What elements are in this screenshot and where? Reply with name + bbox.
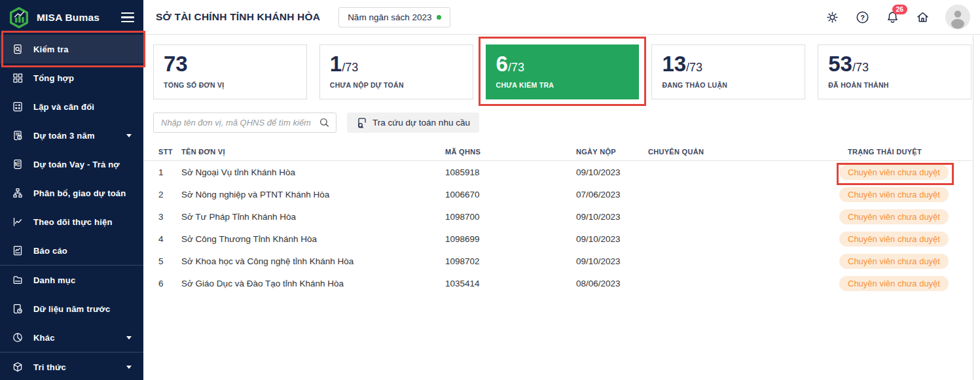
sidebar: MISA Bumas Kiểm tra Tổng hợp Lập và cân … — [0, 0, 143, 380]
svg-text:?: ? — [860, 13, 865, 21]
cell-submit-date: 09/10/2023 — [576, 234, 648, 244]
sidebar-item-du-lieu-nam-truoc[interactable]: Dữ liệu năm trước — [0, 294, 143, 323]
sidebar-item-label: Tri thức — [33, 362, 66, 372]
line-chart-icon — [11, 215, 24, 228]
status-badge[interactable]: Chuyên viên chưa duyệt — [839, 276, 949, 291]
cell-submit-date: 09/10/2023 — [576, 212, 648, 222]
cell-stt: 2 — [158, 190, 181, 199]
sidebar-item-label: Khác — [33, 333, 55, 343]
home-icon[interactable] — [915, 10, 930, 25]
sidebar-item-khac[interactable]: Khác — [0, 323, 143, 352]
cell-qhns-code: 1098700 — [445, 212, 576, 222]
lookup-demand-budget-button[interactable]: Tra cứu dự toán nhu cầu — [347, 112, 479, 133]
cell-stt: 3 — [158, 212, 181, 222]
column-header-ma-qhns[interactable]: MÃ QHNS — [445, 148, 576, 156]
stat-value: 13 — [662, 52, 686, 76]
status-badge[interactable]: Chuyên viên chưa duyệt — [839, 187, 949, 202]
status-badge[interactable]: Chuyên viên chưa duyệt — [839, 254, 949, 269]
sidebar-item-label: Dự toán Vay - Trả nợ — [33, 160, 120, 169]
table-row[interactable]: 4 Sở Công Thương Tỉnh Khánh Hòa 1098699 … — [143, 228, 972, 250]
stat-card-chua-nop-du-toan[interactable]: 1/73 CHƯA NỘP DỰ TOÁN — [319, 44, 473, 99]
column-header-stt[interactable]: STT — [158, 148, 181, 156]
stat-label: ĐANG THẢO LUẬN — [662, 81, 795, 89]
sidebar-item-label: Báo cáo — [33, 246, 67, 256]
stat-suffix: /73 — [852, 61, 869, 74]
misa-logo-icon — [8, 7, 30, 29]
stat-card-tong-so-don-vi[interactable]: 73 TỔNG SỐ ĐƠN VỊ — [153, 44, 307, 99]
sidebar-item-label: Kiểm tra — [33, 44, 69, 54]
status-dot-icon — [437, 15, 441, 20]
sidebar-item-kiem-tra[interactable]: Kiểm tra — [0, 35, 143, 63]
stat-value: 1 — [330, 52, 342, 76]
cell-qhns-code: 1006670 — [445, 190, 576, 199]
status-badge[interactable]: Chuyên viên chưa duyệt — [839, 165, 949, 180]
scrollbar-track[interactable] — [973, 35, 973, 380]
status-badge[interactable]: Chuyên viên chưa duyệt — [839, 209, 949, 224]
stat-card-chua-kiem-tra[interactable]: 6/73 CHƯA KIỂM TRA — [486, 44, 640, 99]
help-icon[interactable]: ? — [855, 10, 870, 25]
cell-unit-name: Sở Khoa học và Công nghệ tỉnh Khánh Hòa — [181, 256, 445, 266]
cell-qhns-code: 1035414 — [445, 279, 576, 288]
column-header-ten-don-vi[interactable]: TÊN ĐƠN VỊ — [181, 148, 445, 156]
sidebar-item-label: Lập và cân đối — [33, 102, 94, 112]
document-search-icon — [356, 117, 368, 129]
sidebar-item-label: Tổng hợp — [33, 73, 74, 83]
stat-card-dang-thao-luan[interactable]: 13/73 ĐANG THẢO LUẬN — [651, 44, 805, 99]
cell-stt: 4 — [158, 234, 181, 244]
avatar[interactable] — [945, 5, 970, 29]
pie-chart-icon — [11, 331, 24, 344]
sidebar-item-theo-doi-thuc-hien[interactable]: Theo dõi thực hiện — [0, 207, 143, 236]
toolbar: Tra cứu dự toán nhu cầu — [153, 112, 479, 133]
brand-header: MISA Bumas — [0, 0, 143, 35]
sidebar-item-label: Theo dõi thực hiện — [33, 217, 113, 227]
cell-unit-name: Sở Giáo Dục và Đào Tạo tỉnh Khánh Hòa — [181, 279, 445, 288]
table-row[interactable]: 2 Sở Nông nghiệp và PTNT Khánh Hòa 10066… — [143, 183, 972, 205]
cube-icon — [11, 360, 24, 373]
table-row[interactable]: 6 Sở Giáo Dục và Đào Tạo tỉnh Khánh Hòa … — [143, 272, 972, 294]
sidebar-item-lap-va-can-doi[interactable]: Lập và cân đối — [0, 92, 143, 121]
top-header: SỞ TÀI CHÍNH TỈNH KHÁNH HÒA Năm ngân sác… — [143, 0, 980, 35]
units-table: STT TÊN ĐƠN VỊ MÃ QHNS NGÀY NỘP CHUYÊN Q… — [143, 143, 972, 294]
chevron-down-icon — [126, 134, 132, 137]
budget-year-selector[interactable]: Năm ngân sách 2023 — [338, 7, 450, 27]
hierarchy-icon — [11, 186, 24, 199]
svg-text:$: $ — [14, 162, 17, 167]
table-header: STT TÊN ĐƠN VỊ MÃ QHNS NGÀY NỘP CHUYÊN Q… — [143, 143, 972, 161]
bell-icon[interactable]: 26 — [885, 10, 900, 25]
cell-unit-name: Sở Nông nghiệp và PTNT Khánh Hòa — [181, 190, 445, 199]
cell-qhns-code: 1098702 — [445, 256, 576, 266]
cell-qhns-code: 1098699 — [445, 234, 576, 244]
sidebar-item-du-toan-3-nam[interactable]: 3 Dự toán 3 năm — [0, 121, 143, 150]
status-badge[interactable]: Chuyên viên chưa duyệt — [839, 232, 949, 247]
sidebar-item-du-toan-vay-tra-no[interactable]: $ Dự toán Vay - Trả nợ — [0, 150, 143, 179]
cell-stt: 1 — [158, 167, 181, 177]
stat-card-da-hoan-thanh[interactable]: 53/73 ĐÃ HOÀN THÀNH — [818, 44, 971, 99]
search-icon[interactable] — [319, 117, 330, 128]
cell-unit-name: Sở Công Thương Tỉnh Khánh Hòa — [181, 234, 445, 244]
column-header-chuyen-quan[interactable]: CHUYÊN QUẢN — [648, 148, 839, 156]
cell-stt: 5 — [158, 256, 181, 266]
sidebar-item-danh-muc[interactable]: Danh mục — [0, 266, 143, 294]
folder-icon — [11, 273, 24, 286]
column-header-trang-thai-duyet[interactable]: TRẠNG THÁI DUYỆT — [839, 148, 972, 156]
sidebar-item-phan-bo-giao-du-toan[interactable]: Phân bổ, giao dự toán — [0, 179, 143, 207]
gear-icon[interactable] — [825, 10, 840, 25]
svg-text:3: 3 — [18, 136, 20, 139]
sidebar-item-bao-cao[interactable]: Báo cáo — [0, 236, 143, 265]
stat-suffix: /73 — [342, 61, 358, 74]
cell-submit-date: 08/06/2023 — [576, 279, 648, 288]
cell-unit-name: Sở Tư Pháp Tỉnh Khánh Hòa — [181, 212, 445, 222]
table-row[interactable]: 5 Sở Khoa học và Công nghệ tỉnh Khánh Hò… — [143, 250, 972, 272]
table-row[interactable]: 3 Sở Tư Pháp Tỉnh Khánh Hòa 1098700 09/1… — [143, 205, 972, 228]
table-row[interactable]: 1 Sở Ngoại Vụ tỉnh Khánh Hòa 1085918 09/… — [143, 161, 972, 183]
cell-submit-date: 07/06/2023 — [576, 190, 648, 199]
sidebar-item-label: Dữ liệu năm trước — [33, 304, 110, 314]
sidebar-item-tri-thuc[interactable]: Tri thức — [0, 353, 143, 380]
stat-label: CHƯA KIỂM TRA — [496, 81, 629, 89]
sidebar-item-tong-hop[interactable]: Tổng hợp — [0, 63, 143, 92]
stat-value: 53 — [828, 52, 852, 76]
cell-submit-date: 09/10/2023 — [576, 167, 648, 177]
hamburger-menu-icon[interactable] — [121, 12, 134, 22]
column-header-ngay-nop[interactable]: NGÀY NỘP — [576, 148, 648, 156]
search-input[interactable] — [161, 118, 319, 128]
